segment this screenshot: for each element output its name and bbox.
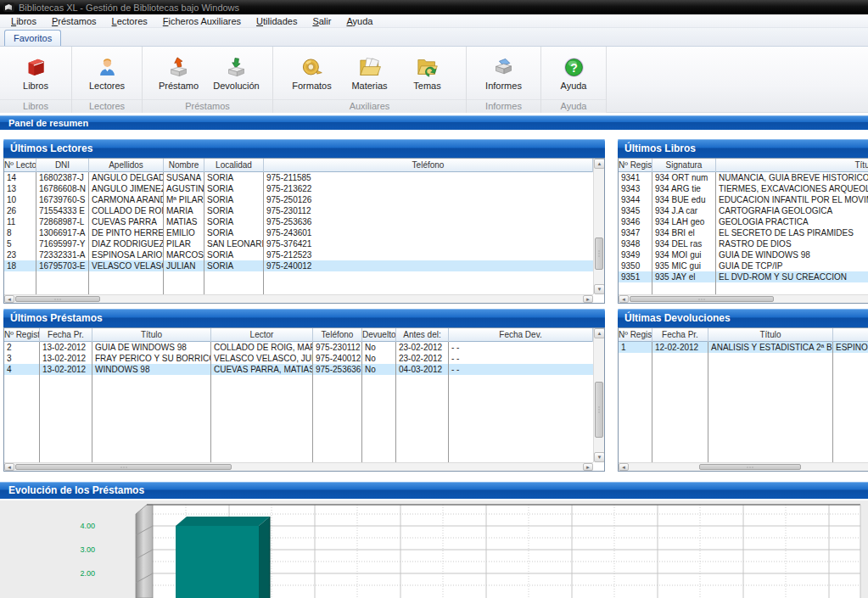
scroll-down-button[interactable]: ▼ — [594, 284, 605, 294]
table-row[interactable]: 9343934 ARG tieTIERMES, EXCAVACIONES ARQ… — [619, 183, 868, 194]
column-header-localidad[interactable]: Localidad — [204, 159, 264, 172]
table-row[interactable]: 2372332331-AESPINOSA LARIOSMARCOSSORIA97… — [4, 249, 593, 260]
column-header-n-registro[interactable]: Nº Registro — [4, 328, 40, 342]
horizontal-scrollbar-thumb[interactable] — [630, 296, 774, 302]
scroll-left-button[interactable]: ◄ — [4, 463, 14, 471]
tab-favoritos[interactable]: Favoritos — [4, 30, 61, 46]
panel-ultimas-devoluciones-header: Últimas Devoluciones — [618, 309, 868, 327]
table-row[interactable]: 9345934 J.A carCARTOGRAFIA GEOLOGICA — [619, 205, 868, 216]
column-header-lector[interactable]: Lector — [211, 328, 313, 342]
formats-icon — [300, 56, 323, 79]
column-header-dni[interactable]: DNI — [36, 159, 89, 172]
table-row[interactable]: 571695997-YDIAZ RODRIGUEZPILARSAN LEONAR… — [4, 238, 593, 249]
table-row[interactable]: 9346934 LAH geoGEOLOGIA PRACTICA — [619, 216, 868, 227]
panel-ultimas-devoluciones-title: Últimas Devoluciones — [624, 312, 731, 324]
table-row[interactable]: 9347934 BRI elEL SECRETO DE LAS PIRAMIDE… — [619, 227, 868, 238]
column-header-telefono[interactable]: Teléfono — [313, 328, 362, 342]
toolbar-button-libros[interactable]: Libros — [8, 48, 64, 98]
column-header-fecha-pr[interactable]: Fecha Pr. — [652, 328, 708, 342]
toolbar-button-informes[interactable]: Informes — [476, 48, 532, 98]
menu-salir[interactable]: Salir — [305, 14, 339, 28]
window-title: Bibliotecas XL - Gestión de Bibliotecas … — [19, 3, 239, 13]
toolbar-button-temas[interactable]: Temas — [400, 48, 456, 98]
menu-ayuda[interactable]: Ayuda — [339, 14, 380, 28]
table-row[interactable]: 2671554333 ECOLLADO DE ROIGMARIASORIA975… — [4, 205, 593, 216]
table-row[interactable]: 413-02-2012WINDOWS 98CUEVAS PARRA, MATIA… — [4, 364, 593, 375]
table-row[interactable]: 9344934 BUE eduEDUCACION INFANTIL POR EL… — [619, 194, 868, 205]
column-header-fecha-pr[interactable]: Fecha Pr. — [40, 328, 92, 342]
scroll-left-button[interactable]: ◄ — [4, 295, 14, 303]
menu-lectores[interactable]: Lectores — [104, 14, 155, 28]
table-row[interactable]: 9349934 MOI guiGUIA DE WINDOWS 98 — [619, 249, 868, 260]
horizontal-scrollbar-thumb[interactable] — [699, 464, 801, 470]
horizontal-scrollbar-thumb[interactable] — [15, 464, 232, 470]
svg-text:?: ? — [570, 60, 578, 74]
toolbar-button-label: Libros — [23, 81, 48, 91]
column-header-fecha-dev[interactable]: Fecha Dev. — [449, 328, 593, 342]
vertical-scrollbar-thumb[interactable] — [595, 382, 603, 438]
toolbar-button-label: Préstamo — [159, 81, 199, 91]
toolbar-button-lectores[interactable]: Lectores — [79, 48, 135, 98]
table-row[interactable]: 213-02-2012GUIA DE WINDOWS 98COLLADO DE … — [4, 342, 593, 353]
scroll-right-button[interactable]: ► — [583, 463, 593, 471]
column-header-devuelto[interactable]: Devuelto — [362, 328, 396, 342]
panel-ultimos-libros-title: Últimos Libros — [624, 143, 696, 154]
column-header-telefono[interactable]: Teléfono — [264, 159, 593, 172]
tabstrip: Favoritos — [0, 28, 868, 47]
table-row[interactable]: 1172868987-LCUEVAS PARRAMATIASSORIA975-2… — [4, 216, 593, 227]
topics-folder-icon — [416, 56, 439, 79]
scroll-up-button[interactable]: ▲ — [594, 328, 605, 338]
column-header-n-lector[interactable]: Nº Lector — [4, 159, 36, 172]
table-row[interactable]: 9341934 ORT numNUMANCIA, GUIA BREVE HIST… — [619, 172, 868, 183]
menu-libros[interactable]: Libros — [3, 14, 44, 28]
prestamos-table: Nº RegistroFecha Pr.TítuloLectorTeléfono… — [3, 327, 605, 472]
toolbar-button-devolucion[interactable]: Devolución — [209, 48, 265, 98]
reader-icon — [96, 56, 119, 79]
scroll-down-button[interactable]: ▼ — [594, 452, 605, 462]
horizontal-scrollbar[interactable]: ◄► — [619, 462, 868, 471]
column-header-n-registro[interactable]: Nº Registro — [619, 328, 652, 342]
table-row[interactable]: 813066917-ADE PINTO HERREROEMILIOSORIA97… — [4, 227, 593, 238]
column-header-titulo[interactable]: Título — [716, 159, 868, 172]
table-row[interactable]: 9351935 JAY elEL DVD-ROM Y SU CREACCION — [619, 271, 868, 282]
horizontal-scrollbar-thumb[interactable] — [15, 296, 100, 302]
menu-ficheros-auxiliares[interactable]: Ficheros Auxiliares — [155, 14, 249, 28]
menu-utilidades[interactable]: Utilidades — [249, 14, 305, 28]
book-icon — [25, 56, 48, 79]
table-row[interactable]: 1316786608-NANGULO JIMENEZAGUSTINSORIA97… — [4, 183, 593, 194]
toolbar-button-prestamo[interactable]: Préstamo — [151, 48, 207, 98]
column-header-titulo[interactable]: Título — [708, 328, 833, 342]
vertical-scrollbar[interactable]: ▲▼ — [593, 328, 604, 462]
scroll-right-button[interactable]: ► — [583, 295, 593, 303]
table-row[interactable]: 112-02-2012ANALISIS Y ESTADISTICA 2ª BUP… — [619, 342, 868, 353]
summary-panel-header: Panel de resumen — [0, 115, 868, 130]
vertical-scrollbar-thumb[interactable] — [595, 238, 603, 270]
column-header-nombre[interactable]: Nombre — [164, 159, 204, 172]
table-row[interactable]: 1416802387-JANGULO DELGADOSUSANASORIA975… — [4, 172, 593, 183]
table-row[interactable]: 1816795703-EVELASCO VELASCOJULIANSORIA97… — [4, 260, 593, 271]
scroll-left-button[interactable]: ◄ — [619, 295, 629, 303]
column-header-apellidos[interactable]: Apellidos — [89, 159, 164, 172]
vertical-scrollbar[interactable]: ▲▼ — [593, 159, 604, 294]
column-header-n-registro[interactable]: Nº Registro — [619, 159, 652, 172]
horizontal-scrollbar[interactable]: ◄► — [4, 294, 593, 303]
column-header-titulo[interactable]: Título — [92, 328, 211, 342]
menu-prestamos[interactable]: Préstamos — [44, 14, 104, 28]
column-header-antes-del[interactable]: Antes del: — [396, 328, 449, 342]
column-header-signatura[interactable]: Signatura — [652, 159, 716, 172]
toolbar-group-auxiliares: FormatosMateriasTemasAuxiliares — [273, 47, 467, 113]
return-icon — [225, 56, 248, 79]
scroll-left-button[interactable]: ◄ — [619, 463, 629, 471]
table-row[interactable]: 313-02-2012FRAY PERICO Y SU BORRICOVELAS… — [4, 353, 593, 364]
table-row[interactable]: 9348934 DEL rasRASTRO DE DIOS — [619, 238, 868, 249]
horizontal-scrollbar[interactable]: ◄► — [4, 462, 593, 471]
scroll-up-button[interactable]: ▲ — [594, 159, 605, 169]
table-row[interactable]: 9350935 MIC guiGUIA DE TCP/IP — [619, 260, 868, 271]
toolbar-button-materias[interactable]: Materias — [342, 48, 398, 98]
toolbar-button-ayuda[interactable]: ?Ayuda — [546, 48, 602, 98]
table-row[interactable]: 1016739760-SCARMONA ARANDAMª PILARSORIA9… — [4, 194, 593, 205]
horizontal-scrollbar[interactable]: ◄► — [619, 294, 868, 303]
toolbar-button-formatos[interactable]: Formatos — [284, 48, 340, 98]
table-header-row: Nº RegistroFecha Pr.TítuloLectorTeléfono… — [4, 328, 593, 342]
column-header-lector[interactable]: Lector — [833, 328, 868, 342]
